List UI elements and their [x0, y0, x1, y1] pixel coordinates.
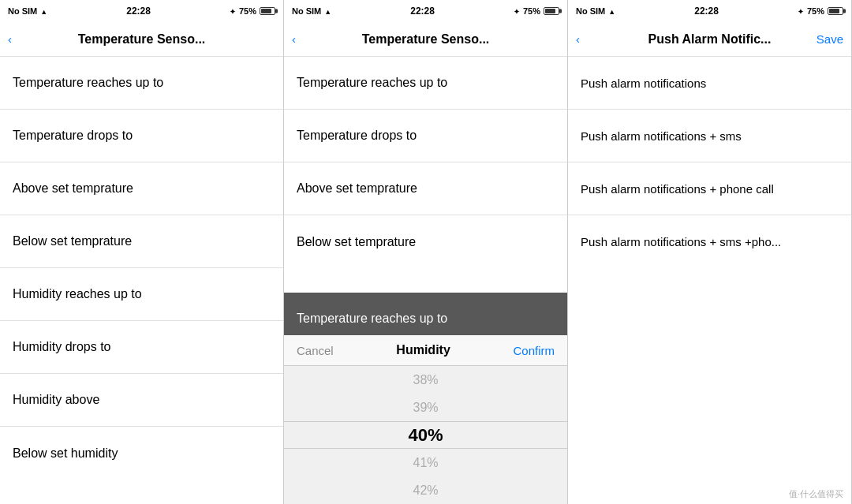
status-time-3: 22:28	[694, 6, 719, 17]
wheel-item: 38%	[379, 366, 473, 394]
notification-item[interactable]: Push alarm notifications + phone call	[568, 162, 851, 215]
status-time-2: 22:28	[410, 6, 435, 17]
picker-bottom: Cancel Humidity Confirm 37% 38% 39% 40% …	[284, 335, 567, 504]
list-item[interactable]: Temperature drops to	[284, 110, 567, 162]
status-bar-2: No SIM 22:28 75%	[284, 0, 567, 22]
wheel-item: 42%	[379, 476, 473, 504]
panel-3: No SIM 22:28 75% ‹ Push Alarm Notific...…	[568, 0, 852, 504]
battery-bar-2	[544, 7, 559, 15]
wifi-icon-2	[324, 6, 331, 16]
list-item[interactable]: Temperature reaches up to	[0, 57, 283, 110]
battery-pct-1: 75%	[239, 6, 256, 16]
bluetooth-icon-3	[798, 6, 804, 16]
status-time-1: 22:28	[126, 6, 151, 17]
nav-title-3: Push Alarm Notific...	[648, 32, 772, 47]
back-chevron-3: ‹	[576, 32, 580, 46]
nav-bar-2: ‹ Temperature Senso...	[284, 22, 567, 57]
back-button-3[interactable]: ‹	[576, 32, 580, 46]
notification-item[interactable]: Push alarm notifications + sms	[568, 110, 851, 162]
list-item[interactable]: Above set temprature	[0, 162, 283, 215]
status-left-2: No SIM	[292, 6, 331, 16]
battery-pct-2: 75%	[523, 6, 540, 16]
nav-title-1: Temperature Senso...	[78, 32, 206, 47]
back-chevron-2: ‹	[292, 32, 296, 46]
no-sim-label-3: No SIM	[576, 6, 605, 16]
status-left-3: No SIM	[576, 6, 615, 16]
back-button-1[interactable]: ‹	[8, 32, 12, 46]
wheel-item: 39%	[379, 394, 473, 421]
picker-title: Humidity	[396, 343, 450, 357]
bluetooth-icon-2	[514, 6, 520, 16]
list-1: Temperature reaches up to Temperature dr…	[0, 57, 283, 504]
list-item[interactable]: Humidity drops to	[0, 321, 283, 374]
status-left-1: No SIM	[8, 6, 47, 16]
back-button-2[interactable]: ‹	[292, 32, 296, 46]
watermark: 值·什么值得买	[789, 488, 843, 500]
nav-bar-3: ‹ Push Alarm Notific... Save	[568, 22, 851, 57]
picker-wheel-items: 37% 38% 39% 40% 41% 42% 43%	[379, 366, 473, 504]
no-sim-label-2: No SIM	[292, 6, 321, 16]
list-item[interactable]: Temperature drops to	[0, 110, 283, 162]
list-item[interactable]: Below set humidity	[0, 427, 283, 480]
list-item[interactable]: Temperature reaches up to	[284, 57, 567, 110]
nav-bar-1: ‹ Temperature Senso...	[0, 22, 283, 57]
wifi-icon-3	[608, 6, 615, 16]
battery-pct-3: 75%	[807, 6, 824, 16]
no-sim-label-1: No SIM	[8, 6, 37, 16]
status-right-2: 75%	[514, 6, 559, 16]
back-chevron-1: ‹	[8, 32, 12, 46]
picker-toolbar: Cancel Humidity Confirm	[284, 335, 567, 366]
status-bar-3: No SIM 22:28 75%	[568, 0, 851, 22]
nav-title-2: Temperature Senso...	[362, 32, 490, 47]
panel-1: No SIM 22:28 75% ‹ Temperature Senso... …	[0, 0, 284, 504]
bluetooth-icon-1	[230, 6, 236, 16]
list-item[interactable]: Below set temprature	[0, 215, 283, 268]
picker-wheel[interactable]: 37% 38% 39% 40% 41% 42% 43%	[284, 366, 567, 504]
wheel-item: 41%	[379, 449, 473, 476]
panel-2: No SIM 22:28 75% ‹ Temperature Senso... …	[284, 0, 568, 504]
battery-bar-1	[260, 7, 275, 15]
notification-item[interactable]: Push alarm notifications	[568, 57, 851, 110]
picker-cancel-button[interactable]: Cancel	[297, 344, 334, 357]
list-item[interactable]: Humidity reaches up to	[0, 268, 283, 321]
list-item[interactable]: Above set temprature	[284, 162, 567, 215]
picker-overlay: Temperature reaches up to Temperature dr…	[284, 293, 567, 504]
save-button[interactable]: Save	[816, 32, 843, 46]
notification-item[interactable]: Push alarm notifications + sms +pho...	[568, 215, 851, 268]
list-item[interactable]: Humidity above	[0, 374, 283, 427]
list-3: Push alarm notifications Push alarm noti…	[568, 57, 851, 504]
wheel-item-selected: 40%	[379, 421, 473, 449]
battery-bar-3	[828, 7, 843, 15]
status-bar-1: No SIM 22:28 75%	[0, 0, 283, 22]
list-item[interactable]: Below set temprature	[284, 215, 567, 268]
status-right-3: 75%	[798, 6, 843, 16]
wifi-icon-1	[40, 6, 47, 16]
picker-confirm-button[interactable]: Confirm	[513, 344, 555, 357]
status-right-1: 75%	[230, 6, 275, 16]
